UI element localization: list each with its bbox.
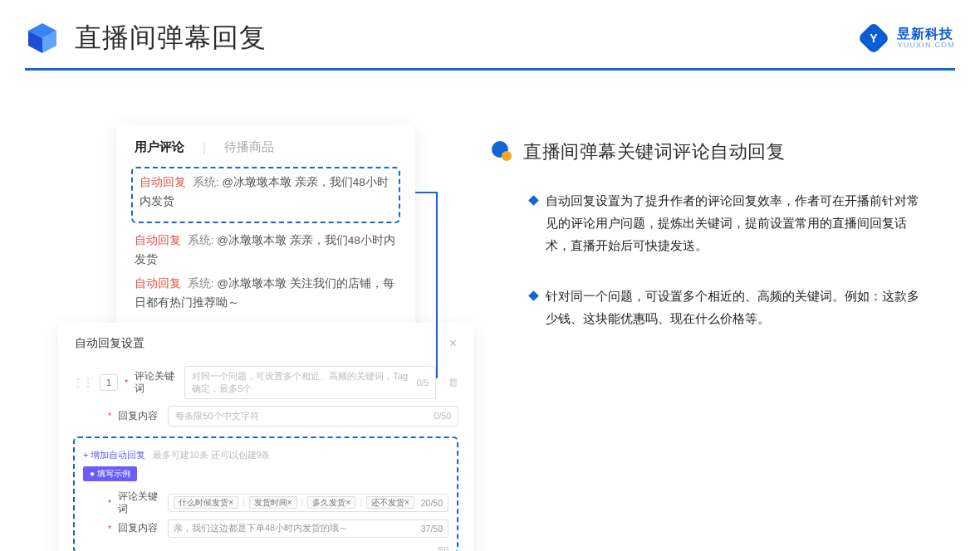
example-badge: ● 填写示例: [83, 466, 137, 481]
comments-card: 用户评论 | 待播商品 自动回复 系统: @冰墩墩本墩 亲亲，我们48小时内发货…: [116, 124, 415, 333]
svg-text:Y: Y: [870, 32, 879, 45]
example-reply-input: 亲，我们这边都是下单48小时内发货的哦～ 37/50: [168, 519, 448, 538]
auto-reply-settings-card: 自动回复设置 × ⋮⋮ 1 * 评论关键词 对同一个问题，可设置多个相近、高频的…: [58, 323, 473, 551]
example-keyword-label: 评论关键词: [118, 490, 161, 515]
add-auto-reply-link[interactable]: + 增加自动回复: [83, 450, 145, 460]
bubble-icon: [490, 140, 513, 163]
required-star: *: [108, 524, 111, 534]
delete-icon[interactable]: 🗑: [448, 376, 458, 388]
brand-cn: 昱新科技: [897, 27, 955, 41]
sequence-number: 1: [100, 374, 118, 391]
auto-reply-tag: 自动回复: [140, 176, 186, 188]
tabs-row: 用户评论 | 待播商品: [135, 139, 397, 155]
example-keyword-input: 什么时候发货× | 发货时间× | 多久发货× | 还不发货× 20/50: [168, 494, 448, 512]
tag-chip[interactable]: 什么时候发货×: [174, 496, 238, 509]
settings-header: 自动回复设置 ×: [73, 334, 458, 359]
example-tags: 什么时候发货× | 发货时间× | 多久发货× | 还不发货×: [174, 497, 414, 509]
comment-line-2: 自动回复 系统: @冰墩墩本墩 亲亲，我们48小时内发货: [135, 232, 397, 270]
add-note: 最多可建10条 还可以创建9条: [153, 450, 270, 460]
required-star: *: [108, 498, 111, 508]
keyword-counter: 0/5: [416, 378, 429, 388]
example-reply-label: 回复内容: [118, 522, 161, 534]
keyword-placeholder: 对同一个问题，可设置多个相近、高频的关键词，Tag确定，最多5个: [192, 370, 416, 395]
example-reply-row: * 回复内容 亲，我们这边都是下单48小时内发货的哦～ 37/50: [83, 519, 448, 538]
screenshots-column: 用户评论 | 待播商品 自动回复 系统: @冰墩墩本墩 亲亲，我们48小时内发货…: [58, 124, 473, 551]
overflow-counter: /50: [437, 546, 448, 551]
form-row-keyword: ⋮⋮ 1 * 评论关键词 对同一个问题，可设置多个相近、高频的关键词，Tag确定…: [73, 366, 458, 399]
auto-reply-tag: 自动回复: [135, 234, 181, 246]
tag-chip[interactable]: 多久发货×: [307, 496, 355, 509]
tab-user-comments[interactable]: 用户评论: [135, 139, 184, 155]
keyword-input[interactable]: 对同一个问题，可设置多个相近、高频的关键词，Tag确定，最多5个 0/5: [184, 366, 436, 399]
drag-handle-icon[interactable]: ⋮⋮: [73, 377, 93, 388]
highlighted-comment: 自动回复 系统: @冰墩墩本墩 亲亲，我们48小时内发货: [131, 167, 400, 223]
tab-separator: |: [203, 140, 206, 154]
brand-en: YUUXIN.COM: [897, 41, 955, 50]
brand-block: Y 昱新科技 YUUXIN.COM: [859, 23, 955, 53]
required-star: *: [125, 378, 128, 388]
example-block: + 增加自动回复 最多可建10条 还可以创建9条 ● 填写示例 * 评论关键词 …: [73, 436, 458, 551]
system-prefix: 系统:: [188, 234, 214, 246]
example-keyword-counter: 20/50: [421, 498, 443, 508]
close-icon[interactable]: ×: [449, 336, 457, 351]
tag-chip[interactable]: 发货时间×: [249, 496, 297, 509]
bullet-2: 针对同一个问题，可设置多个相近的、高频的关键词。例如：这款多少钱、这块能优惠吗、…: [490, 285, 930, 329]
header-left: 直播间弹幕回复: [25, 20, 267, 56]
reply-label: 回复内容: [118, 410, 161, 422]
explanation-column: 直播间弹幕关键词评论自动回复 自动回复设置为了提升作者的评论回复效率，作者可在开…: [490, 139, 930, 358]
tab-pending-goods[interactable]: 待播商品: [224, 139, 274, 155]
brand-text: 昱新科技 YUUXIN.COM: [897, 27, 955, 49]
page-header: 直播间弹幕回复 Y 昱新科技 YUUXIN.COM: [25, 20, 955, 56]
bullet-1-text: 自动回复设置为了提升作者的评论回复效率，作者可在开播前针对常见的评论用户问题，提…: [546, 189, 930, 256]
header-divider: [25, 68, 955, 71]
tag-chip[interactable]: 还不发货×: [366, 496, 414, 509]
cube-icon: [25, 21, 60, 56]
example-reply-counter: 37/50: [421, 524, 443, 534]
example-reply-text: 亲，我们这边都是下单48小时内发货的哦～: [174, 523, 348, 534]
diamond-bullet-icon: [528, 195, 539, 206]
system-prefix: 系统:: [193, 176, 219, 188]
reply-input[interactable]: 每条限50个中文字符 0/50: [168, 406, 458, 427]
example-keyword-row: * 评论关键词 什么时候发货× | 发货时间× | 多久发货× | 还不发货× …: [83, 490, 448, 515]
keyword-label: 评论关键词: [135, 370, 178, 395]
settings-title: 自动回复设置: [75, 336, 145, 351]
comment-line-1: 自动回复 系统: @冰墩墩本墩 亲亲，我们48小时内发货: [140, 173, 392, 212]
system-prefix: 系统:: [188, 277, 214, 290]
reply-placeholder: 每条限50个中文字符: [175, 410, 258, 422]
page-title: 直播间弹幕回复: [75, 20, 267, 56]
add-row: + 增加自动回复 最多可建10条 还可以创建9条: [83, 446, 448, 461]
reply-counter: 0/50: [434, 411, 451, 421]
bullet-2-text: 针对同一个问题，可设置多个相近的、高频的关键词。例如：这款多少钱、这块能优惠吗、…: [546, 285, 930, 329]
form-row-reply: * 回复内容 每条限50个中文字符 0/50: [73, 406, 458, 427]
comment-line-3: 自动回复 系统: @冰墩墩本墩 关注我们的店铺，每日都有热门推荐呦～: [135, 275, 397, 313]
diamond-bullet-icon: [528, 290, 539, 301]
auto-reply-tag: 自动回复: [135, 277, 181, 290]
section-title: 直播间弹幕关键词评论自动回复: [523, 139, 785, 164]
brand-logo-icon: Y: [859, 23, 889, 53]
required-star: *: [108, 411, 111, 421]
section-head: 直播间弹幕关键词评论自动回复: [490, 139, 930, 164]
svg-point-6: [502, 151, 512, 161]
bullet-1: 自动回复设置为了提升作者的评论回复效率，作者可在开播前针对常见的评论用户问题，提…: [490, 189, 930, 256]
